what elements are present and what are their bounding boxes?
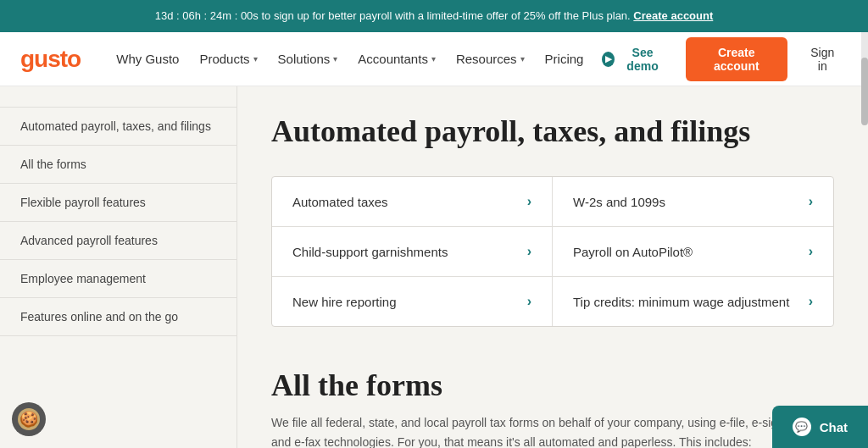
chevron-down-icon: ▾ xyxy=(333,54,337,64)
navbar: gusto Why Gusto Products ▾ Solutions ▾ A… xyxy=(0,32,868,86)
sidebar-item-automated-payroll[interactable]: Automated payroll, taxes, and filings xyxy=(0,107,236,146)
sidebar-item-advanced-payroll[interactable]: Advanced payroll features xyxy=(0,222,236,260)
nav-solutions[interactable]: Solutions ▾ xyxy=(270,45,347,73)
nav-pricing[interactable]: Pricing xyxy=(537,45,593,73)
nav-actions: ▶ See demo Create account Sign in xyxy=(592,37,848,81)
features-grid: Automated taxes › W-2s and 1099s › Child… xyxy=(271,176,834,327)
chevron-right-icon: › xyxy=(809,244,813,259)
chevron-down-icon: ▾ xyxy=(520,54,525,64)
sidebar-item-employee-management[interactable]: Employee management xyxy=(0,260,236,298)
feature-autopilot[interactable]: Payroll on AutoPilot® › xyxy=(553,227,833,277)
scrollbar-track[interactable] xyxy=(861,32,868,86)
feature-new-hire[interactable]: New hire reporting › xyxy=(272,277,553,326)
scrollbar-thumb xyxy=(861,58,868,125)
feature-child-support[interactable]: Child-support garnishments › xyxy=(272,227,553,277)
nav-products[interactable]: Products ▾ xyxy=(191,45,265,73)
feature-tip-credits[interactable]: Tip credits: minimum wage adjustment › xyxy=(553,277,833,326)
banner-text: 13d : 06h : 24m : 00s to sign up for bet… xyxy=(155,9,631,22)
nav-resources[interactable]: Resources ▾ xyxy=(448,45,533,73)
chevron-right-icon: › xyxy=(809,194,813,209)
nav-accountants[interactable]: Accountants ▾ xyxy=(349,45,444,73)
feature-w2s-1099s[interactable]: W-2s and 1099s › xyxy=(553,177,833,227)
banner-link[interactable]: Create account xyxy=(633,9,713,22)
chevron-right-icon: › xyxy=(527,294,531,309)
forms-description: We file all federal, state, and local pa… xyxy=(271,413,797,448)
see-demo-button[interactable]: ▶ See demo xyxy=(592,39,676,80)
chevron-right-icon: › xyxy=(527,194,531,209)
section2-title: All the forms xyxy=(271,368,834,403)
main-layout: Automated payroll, taxes, and filings Al… xyxy=(0,86,868,448)
chat-icon: 💬 xyxy=(793,418,811,436)
main-content: Automated payroll, taxes, and filings Au… xyxy=(237,86,868,448)
forms-section: All the forms We file all federal, state… xyxy=(271,368,834,448)
chevron-right-icon: › xyxy=(527,244,531,259)
nav-links: Why Gusto Products ▾ Solutions ▾ Account… xyxy=(108,45,592,73)
sidebar-item-features-online[interactable]: Features online and on the go xyxy=(0,298,236,336)
sidebar-item-flexible-payroll[interactable]: Flexible payroll features xyxy=(0,184,236,222)
logo[interactable]: gusto xyxy=(20,46,81,73)
create-account-button[interactable]: Create account xyxy=(686,37,787,81)
cookie-icon xyxy=(18,408,40,430)
section1-title: Automated payroll, taxes, and filings xyxy=(271,113,834,149)
feature-automated-taxes[interactable]: Automated taxes › xyxy=(272,177,553,227)
chat-button[interactable]: 💬 Chat xyxy=(772,406,868,448)
sidebar: Automated payroll, taxes, and filings Al… xyxy=(0,86,237,448)
sign-in-button[interactable]: Sign in xyxy=(798,39,848,80)
play-icon: ▶ xyxy=(602,52,615,67)
nav-why-gusto[interactable]: Why Gusto xyxy=(108,45,187,73)
chevron-down-icon: ▾ xyxy=(253,54,258,64)
promo-banner: 13d : 06h : 24m : 00s to sign up for bet… xyxy=(0,0,868,32)
cookie-consent-button[interactable] xyxy=(12,402,46,436)
chevron-down-icon: ▾ xyxy=(431,54,436,64)
sidebar-item-all-forms[interactable]: All the forms xyxy=(0,146,236,184)
chevron-right-icon: › xyxy=(809,294,813,309)
